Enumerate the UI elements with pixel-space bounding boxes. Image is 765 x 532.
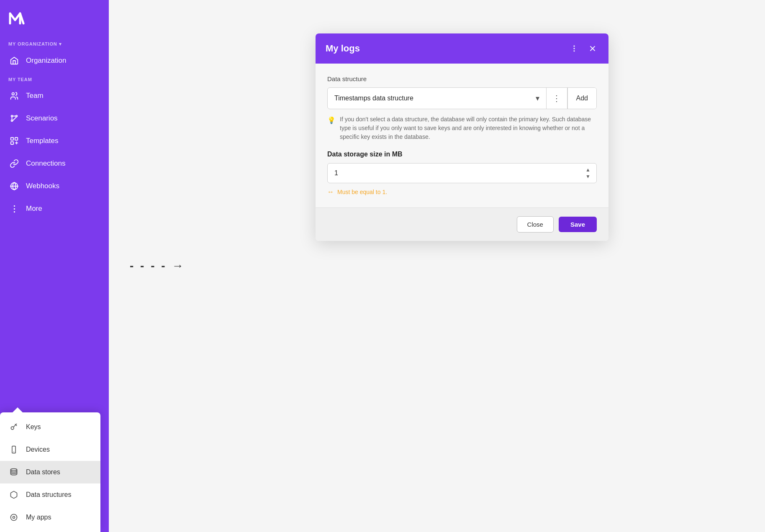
select-value: Timestamps data structure xyxy=(334,95,413,102)
main-content: - - - - → My logs xyxy=(109,0,765,532)
sidebar-item-label-scenarios: Scenarios xyxy=(26,114,58,123)
sidebar-item-more[interactable]: ⋮ More xyxy=(0,197,109,220)
sidebar-item-label-webhooks: Webhooks xyxy=(26,182,59,190)
select-more-button[interactable]: ⋮ xyxy=(547,88,567,109)
sidebar-item-connections[interactable]: Connections xyxy=(0,152,109,175)
save-button[interactable]: Save xyxy=(559,217,597,232)
sidebar-item-label-more: More xyxy=(26,205,42,213)
select-main[interactable]: Timestamps data structure ▾ xyxy=(328,88,546,109)
myapps-icon xyxy=(8,512,19,523)
svg-rect-8 xyxy=(15,138,18,140)
dropdown-item-label-data-structures: Data structures xyxy=(26,491,71,499)
team-icon xyxy=(8,90,20,102)
lightbulb-icon: 💡 xyxy=(327,115,336,125)
sidebar-item-webhooks[interactable]: Webhooks xyxy=(0,175,109,197)
dialog-options-button[interactable] xyxy=(568,43,580,54)
datastructure-icon xyxy=(8,489,19,500)
dropdown-item-keys[interactable]: Keys xyxy=(0,416,100,438)
dropdown-item-data-stores[interactable]: Data stores xyxy=(0,461,100,483)
dropdown-item-label-devices: Devices xyxy=(26,446,50,453)
hint-row: 💡 If you don't select a data structure, … xyxy=(327,115,597,141)
device-icon xyxy=(8,444,19,455)
sidebar-item-label-connections: Connections xyxy=(26,159,66,168)
dropdown-item-my-apps[interactable]: My apps xyxy=(0,506,100,529)
more-dots-icon: ⋮ xyxy=(8,203,20,215)
chevron-down-icon: ▾ xyxy=(536,94,539,103)
arrow-indicator: - - - - → xyxy=(130,259,185,273)
dropdown-arrow xyxy=(13,407,23,412)
number-spinners: ▲ ▼ xyxy=(580,165,596,181)
dropdown-item-label-keys: Keys xyxy=(26,423,41,431)
svg-point-23 xyxy=(573,48,575,49)
storage-size-input[interactable] xyxy=(328,164,580,183)
sidebar-item-label-templates: Templates xyxy=(26,137,58,145)
dialog-close-button[interactable] xyxy=(587,43,598,54)
sidebar-item-templates[interactable]: Templates xyxy=(0,130,109,152)
sidebar-item-scenarios[interactable]: Scenarios xyxy=(0,107,109,130)
data-structure-select[interactable]: Timestamps data structure ▾ ⋮ Add xyxy=(327,87,597,109)
org-section-label: MY ORGANIZATION ▾ xyxy=(0,36,109,49)
svg-line-6 xyxy=(13,117,16,120)
svg-point-22 xyxy=(573,46,575,47)
spinner-up-button[interactable]: ▲ xyxy=(584,167,592,173)
add-button[interactable]: Add xyxy=(568,88,596,109)
logo xyxy=(0,0,109,36)
team-section-label: MY TEAM xyxy=(0,72,109,84)
svg-rect-9 xyxy=(11,142,13,144)
svg-rect-13 xyxy=(12,446,15,453)
svg-point-0 xyxy=(12,93,15,95)
dialog-body: Data structure Timestamps data structure… xyxy=(316,64,608,207)
datastore-icon xyxy=(8,467,19,478)
sidebar-item-label-team: Team xyxy=(26,92,44,100)
validation-icon: ↔ xyxy=(327,188,334,196)
validation-hint: ↔ Must be equal to 1. xyxy=(327,188,597,196)
svg-point-16 xyxy=(13,517,15,519)
sidebar-item-team[interactable]: Team xyxy=(0,84,109,107)
dialog-header-actions xyxy=(568,43,598,54)
dialog-header: My logs xyxy=(316,33,608,64)
validation-text: Must be equal to 1. xyxy=(337,189,387,195)
sidebar-item-organization[interactable]: Organization xyxy=(0,49,109,72)
data-structure-label: Data structure xyxy=(327,75,597,82)
templates-icon xyxy=(8,135,20,147)
scenarios-icon xyxy=(8,113,20,124)
connections-icon xyxy=(8,158,20,169)
logo-mark xyxy=(8,10,100,28)
svg-point-15 xyxy=(11,469,17,471)
dropdown-item-label-data-stores: Data stores xyxy=(26,468,60,476)
more-dropdown-panel: Keys Devices Data stores xyxy=(0,412,100,532)
dropdown-item-devices[interactable]: Devices xyxy=(0,438,100,461)
storage-size-field: ▲ ▼ xyxy=(327,163,597,183)
hint-text: If you don't select a data structure, th… xyxy=(340,115,597,141)
close-button[interactable]: Close xyxy=(517,216,554,233)
svg-point-21 xyxy=(11,514,17,521)
spinner-down-button[interactable]: ▼ xyxy=(584,174,592,179)
storage-size-label: Data storage size in MB xyxy=(327,151,597,158)
dialog-footer: Close Save xyxy=(316,207,608,241)
svg-point-24 xyxy=(573,50,575,51)
dropdown-item-data-structures[interactable]: Data structures xyxy=(0,483,100,506)
svg-rect-7 xyxy=(11,138,13,140)
webhooks-icon xyxy=(8,180,20,192)
home-icon xyxy=(8,55,20,66)
dialog: My logs Data structure xyxy=(316,33,608,241)
svg-point-12 xyxy=(11,427,14,430)
dropdown-item-label-my-apps: My apps xyxy=(26,514,51,521)
sidebar: MY ORGANIZATION ▾ Organization MY TEAM T… xyxy=(0,0,109,532)
dialog-title: My logs xyxy=(326,43,360,54)
sidebar-item-label-organization: Organization xyxy=(26,56,66,65)
key-icon xyxy=(8,422,19,432)
